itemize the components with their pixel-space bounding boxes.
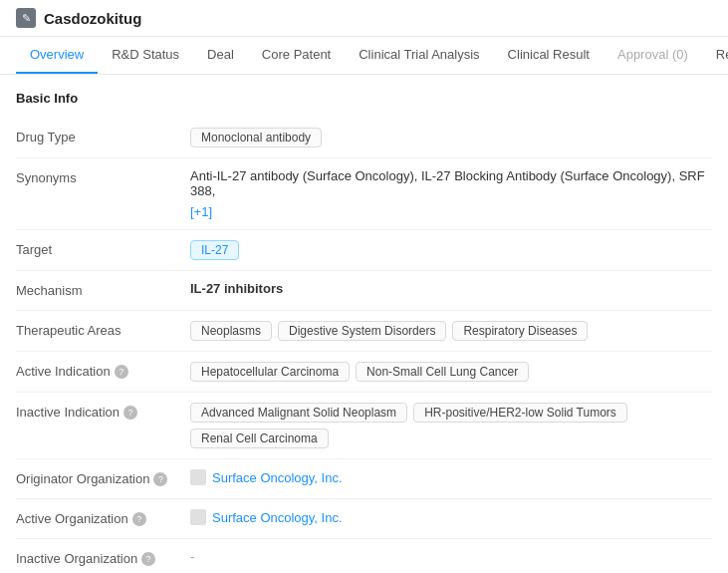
mechanism-row: Mechanism IL-27 inhibitors [16, 271, 712, 311]
therapeutic-areas-row: Therapeutic Areas Neoplasms Digestive Sy… [16, 311, 712, 352]
tab-approval: Approval (0) [604, 37, 702, 74]
target-label: Target [16, 240, 190, 257]
inactive-indication-value: Advanced Malignant Solid Neoplasm HR-pos… [190, 403, 712, 448]
therapeutic-tag-2[interactable]: Respiratory Diseases [452, 321, 588, 341]
active-org-help-icon[interactable]: ? [132, 512, 146, 526]
therapeutic-tag-0[interactable]: Neoplasms [190, 321, 272, 341]
therapeutic-areas-value: Neoplasms Digestive System Disorders Res… [190, 321, 712, 341]
active-org-row-inner: Surface Oncology, Inc. [190, 509, 343, 525]
drug-type-tag[interactable]: Monoclonal antibody [190, 128, 322, 147]
content-area: Basic Info Drug Type Monoclonal antibody… [0, 75, 728, 573]
active-indication-tag-0[interactable]: Hepatocellular Carcinoma [190, 362, 350, 382]
drug-type-label: Drug Type [16, 128, 190, 144]
tab-clinical-result[interactable]: Clinical Result [494, 37, 604, 74]
therapeutic-areas-label: Therapeutic Areas [16, 321, 190, 338]
tab-core-patent[interactable]: Core Patent [248, 37, 345, 74]
tab-clinical-trial-analysis[interactable]: Clinical Trial Analysis [345, 37, 493, 74]
active-indication-label: Active Indication ? [16, 362, 190, 379]
synonyms-value: Anti-IL-27 antibody (Surface Oncology), … [190, 168, 712, 219]
inactive-org-label: Inactive Organization ? [16, 549, 190, 566]
mechanism-label: Mechanism [16, 281, 190, 298]
inactive-indication-tag-1[interactable]: HR-positive/HER2-low Solid Tumors [413, 403, 627, 423]
app-header: ✎ Casdozokitug [0, 0, 728, 37]
therapeutic-tag-1[interactable]: Digestive System Disorders [278, 321, 446, 341]
inactive-org-dash: - [190, 549, 194, 564]
target-tag[interactable]: IL-27 [190, 240, 239, 260]
active-org-logo [190, 509, 206, 525]
app-icon: ✎ [16, 8, 36, 28]
inactive-org-help-icon[interactable]: ? [141, 552, 155, 566]
synonyms-text: Anti-IL-27 antibody (Surface Oncology), … [190, 168, 712, 198]
inactive-indication-row: Inactive Indication ? Advanced Malignant… [16, 393, 712, 459]
active-indication-tag-1[interactable]: Non-Small Cell Lung Cancer [356, 362, 529, 382]
inactive-indication-tag-2[interactable]: Renal Cell Carcinoma [190, 429, 329, 448]
active-indication-help-icon[interactable]: ? [115, 365, 128, 379]
originator-org-value: Surface Oncology, Inc. [190, 469, 712, 485]
inactive-indication-tag-0[interactable]: Advanced Malignant Solid Neoplasm [190, 403, 407, 423]
inactive-org-row: Inactive Organization ? - [16, 539, 712, 573]
originator-org-logo [190, 469, 206, 485]
tab-overview[interactable]: Overview [16, 37, 98, 74]
nav-tabs: Overview R&D Status Deal Core Patent Cli… [0, 37, 728, 75]
app-title: Casdozokitug [44, 10, 141, 27]
active-indication-value: Hepatocellular Carcinoma Non-Small Cell … [190, 362, 712, 382]
active-org-label: Active Organization ? [16, 509, 190, 526]
synonyms-label: Synonyms [16, 168, 190, 185]
drug-type-value: Monoclonal antibody [190, 128, 712, 147]
inactive-indication-help-icon[interactable]: ? [123, 406, 137, 420]
synonyms-link[interactable]: [+1] [190, 204, 212, 219]
drug-type-row: Drug Type Monoclonal antibody [16, 118, 712, 158]
target-row: Target IL-27 [16, 230, 712, 271]
originator-org-name[interactable]: Surface Oncology, Inc. [212, 470, 343, 485]
synonyms-row: Synonyms Anti-IL-27 antibody (Surface On… [16, 158, 712, 230]
mechanism-value: IL-27 inhibitors [190, 281, 712, 296]
originator-org-help-icon[interactable]: ? [153, 472, 167, 486]
active-org-name[interactable]: Surface Oncology, Inc. [212, 510, 343, 525]
tab-deal[interactable]: Deal [193, 37, 248, 74]
tab-rd-status[interactable]: R&D Status [98, 37, 193, 74]
active-org-row: Active Organization ? Surface Oncology, … [16, 499, 712, 539]
active-org-value: Surface Oncology, Inc. [190, 509, 712, 525]
originator-org-label: Originator Organization ? [16, 469, 190, 486]
target-value: IL-27 [190, 240, 712, 260]
inactive-org-value: - [190, 549, 712, 564]
active-indication-row: Active Indication ? Hepatocellular Carci… [16, 352, 712, 393]
mechanism-text: IL-27 inhibitors [190, 281, 283, 296]
originator-org-row: Originator Organization ? Surface Oncolo… [16, 459, 712, 499]
inactive-indication-label: Inactive Indication ? [16, 403, 190, 420]
tab-regulation[interactable]: Regulation [702, 37, 728, 74]
section-title: Basic Info [16, 91, 712, 106]
originator-org-row-inner: Surface Oncology, Inc. [190, 469, 343, 485]
